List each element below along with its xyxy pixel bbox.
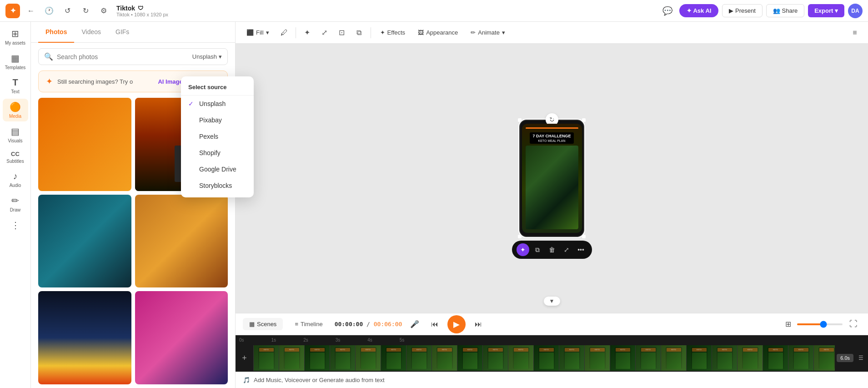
skip-back-button[interactable]: ⏮ — [427, 317, 442, 332]
share-button[interactable]: 👥 Share — [766, 4, 804, 17]
duplicate-button[interactable]: ⧉ — [351, 25, 367, 40]
zoom-slider[interactable] — [797, 323, 843, 325]
search-icon: 🔍 — [44, 52, 53, 61]
ai-photo-button[interactable]: ✦ — [517, 243, 529, 256]
sidebar-item-draw[interactable]: ✏ Draw — [3, 192, 28, 215]
delete-button[interactable]: 🗑 — [546, 243, 558, 256]
timeline-frame[interactable]: KETO — [483, 345, 508, 371]
timeline-frame[interactable]: KETO — [279, 345, 305, 371]
settings-button[interactable]: ⚙ — [96, 4, 111, 18]
collapse-handle[interactable]: ▼ — [544, 297, 560, 306]
effects-button[interactable]: ✦ Effects — [375, 26, 411, 39]
timeline-frame[interactable]: KETO — [381, 345, 406, 371]
timeline-frame[interactable]: KETO — [661, 345, 687, 371]
sidebar-item-visuals[interactable]: ▤ Visuals — [3, 123, 28, 146]
source-option-unsplash[interactable]: ✓ Unsplash — [181, 96, 254, 112]
timeline-frame[interactable]: KETO — [636, 345, 661, 371]
tab-scenes[interactable]: ▦ Scenes — [243, 318, 283, 330]
selection-handle-tr[interactable] — [582, 118, 586, 122]
animate-button[interactable]: ✏ Animate ▾ — [465, 26, 511, 39]
appearance-button[interactable]: 🖼 Appearance — [412, 26, 463, 39]
list-item[interactable] — [38, 291, 131, 384]
topbar: ✦ ← 🕐 ↺ ↻ ⚙ Tiktok 🛡 Tiktok • 1080 x 192… — [0, 0, 868, 22]
fill-button[interactable]: ⬛ Fill ▾ — [241, 26, 275, 39]
audio-add-row[interactable]: 🎵 Add Music, Voiceover or Generate audio… — [236, 372, 868, 388]
timeline-frame[interactable]: KETO — [585, 345, 610, 371]
timeline-frame[interactable]: KETO — [432, 345, 457, 371]
search-input[interactable] — [57, 53, 189, 60]
source-option-storyblocks[interactable]: Storyblocks — [181, 177, 254, 194]
timeline-frame[interactable]: KETO — [559, 345, 585, 371]
sidebar-item-media[interactable]: 🟠 Media — [3, 99, 28, 121]
mic-button[interactable]: 🎤 — [407, 317, 422, 332]
timeline-frame[interactable]: KETO — [788, 345, 814, 371]
sidebar-item-more[interactable]: ⋮ — [3, 217, 28, 233]
canvas-content[interactable]: ↻ 7 DAY CHALLENGE KETO MEAL PLAN — [236, 44, 868, 313]
copy-button[interactable]: ⧉ — [531, 243, 544, 256]
subtitles-icon: CC — [11, 151, 20, 157]
back-button[interactable]: ← — [24, 4, 38, 18]
timeline-frame[interactable]: KETO — [457, 345, 483, 371]
grid-view-button[interactable]: ⊞ — [783, 317, 793, 331]
list-item[interactable] — [38, 195, 131, 288]
selection-handle-tl[interactable] — [518, 118, 522, 122]
timeline-ruler: 0s 1s 2s 3s 4s 5s — [236, 335, 868, 344]
timeline-frame[interactable]: KETO — [738, 345, 763, 371]
timeline-frame[interactable]: KETO — [687, 345, 712, 371]
eyedropper-button[interactable]: 🖊 — [276, 25, 292, 40]
sidebar-item-audio[interactable]: ♪ Audio — [3, 168, 28, 191]
tab-videos[interactable]: Videos — [74, 22, 108, 43]
source-selector-button[interactable]: Unsplash ▾ — [192, 53, 222, 60]
skip-forward-button[interactable]: ⏭ — [471, 317, 486, 332]
sidebar-item-subtitles[interactable]: CC Subtitles — [3, 148, 28, 166]
tab-timeline[interactable]: ≡ Timeline — [288, 318, 329, 330]
chat-button[interactable]: 💬 — [659, 3, 676, 19]
ask-ai-button[interactable]: ✦ Ask AI — [679, 4, 718, 17]
fullscreen-button[interactable]: ⛶ — [846, 317, 861, 332]
source-option-pixabay[interactable]: Pixabay — [181, 112, 254, 128]
selection-handle-bl[interactable] — [518, 235, 522, 238]
play-button[interactable]: ▶ — [447, 315, 466, 333]
timeline-frame[interactable]: KETO — [534, 345, 559, 371]
source-option-google-drive[interactable]: Google Drive — [181, 161, 254, 177]
sidebar-item-my-assets[interactable]: ⊞ My assets — [3, 25, 28, 48]
appearance-icon: 🖼 — [418, 29, 424, 36]
timeline-frame[interactable]: KETO — [406, 345, 432, 371]
undo-button[interactable]: ↺ — [60, 4, 75, 18]
timeline-add-frame[interactable]: + — [236, 345, 254, 371]
magic-button[interactable]: ✦ — [300, 25, 315, 40]
duration-badge: 6.0s — [837, 354, 853, 362]
tab-gifs[interactable]: GIFs — [108, 22, 136, 43]
timeline-frame[interactable]: KETO — [508, 345, 534, 371]
sidebar-item-templates[interactable]: ▦ Templates — [3, 50, 28, 73]
more-options-button[interactable]: ••• — [575, 243, 587, 256]
timeline-right-handle[interactable]: ☰ — [853, 345, 868, 371]
tab-photos[interactable]: Photos — [38, 22, 74, 43]
list-item[interactable] — [38, 98, 131, 191]
source-option-pexels[interactable]: Pexels — [181, 128, 254, 145]
project-dimensions: Tiktok • 1080 x 1920 px — [116, 12, 168, 17]
sidebar-item-text[interactable]: T Text — [3, 75, 28, 97]
timeline-frame[interactable]: KETO — [763, 345, 788, 371]
export-button[interactable]: Export ▾ — [808, 4, 844, 17]
history-button[interactable]: 🕐 — [42, 4, 56, 18]
timeline-frame[interactable]: KETO — [356, 345, 381, 371]
list-item[interactable] — [135, 195, 228, 288]
layers-button[interactable]: ≡ — [847, 25, 863, 40]
selection-handle-br[interactable] — [582, 235, 586, 238]
resize-button[interactable]: ⤢ — [317, 25, 332, 40]
timeline-frame[interactable]: KETO — [305, 345, 330, 371]
expand-button[interactable]: ⤢ — [560, 243, 573, 256]
timeline-frame[interactable]: KETO — [712, 345, 738, 371]
present-button[interactable]: ▶ ▶ PresentPresent — [722, 4, 762, 17]
phone-mockup: ↻ 7 DAY CHALLENGE KETO MEAL PLAN — [519, 119, 585, 237]
timeline-frame[interactable]: KETO — [814, 345, 835, 371]
timeline-frame[interactable]: KETO — [610, 345, 636, 371]
redo-button[interactable]: ↻ — [78, 4, 93, 18]
source-option-shopify[interactable]: Shopify — [181, 145, 254, 161]
timeline-frame[interactable]: KETO — [254, 345, 279, 371]
chevron-down-icon: ▼ — [549, 298, 555, 304]
crop-button[interactable]: ⊡ — [334, 25, 350, 40]
timeline-frame[interactable]: KETO — [330, 345, 356, 371]
list-item[interactable] — [135, 291, 228, 384]
